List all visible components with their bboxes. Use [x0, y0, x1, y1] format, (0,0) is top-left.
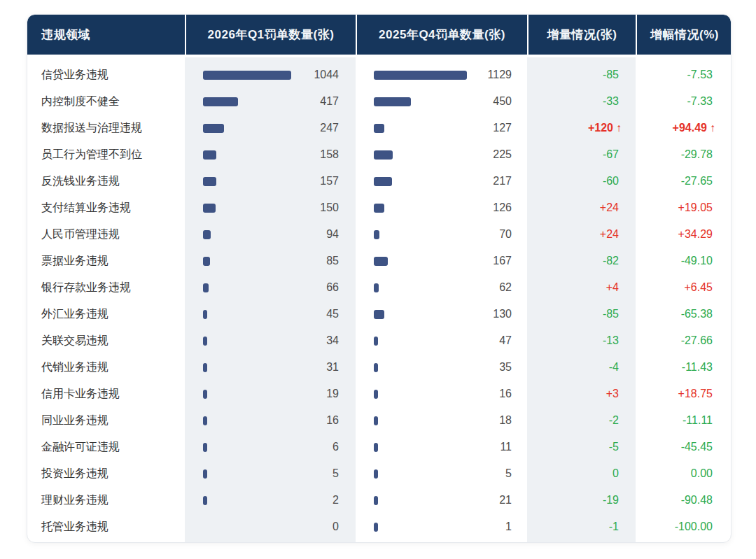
q4-value: 1129: [467, 69, 527, 81]
growth-cell: +19.05: [636, 201, 732, 214]
delta-value: -1: [609, 521, 619, 532]
growth-value: -100.00: [675, 521, 713, 532]
q4-bar: [374, 124, 384, 133]
q4-bar-cell: 11: [356, 441, 527, 453]
q4-value: 18: [378, 414, 527, 427]
q1-bar-cell: 5: [185, 467, 356, 480]
q4-bar-cell: 16: [356, 388, 527, 400]
row-label: 关联交易违规: [27, 334, 185, 348]
q4-bar-cell: 127: [356, 122, 527, 134]
row-label: 员工行为管理不到位: [27, 148, 185, 162]
q4-value: 62: [379, 281, 527, 294]
q4-value: 1: [378, 521, 527, 533]
q1-bar-cell: 157: [185, 175, 356, 187]
q1-value: 34: [207, 334, 356, 347]
growth-cell: -29.78: [636, 148, 732, 161]
q1-value: 16: [207, 414, 356, 427]
q4-bar-cell: 62: [356, 281, 527, 294]
growth-value: -49.10: [681, 255, 713, 267]
q1-value: 31: [207, 361, 356, 374]
table-header-row: 违规领域 2026年Q1罚单数量(张) 2025年Q4罚单数量(张) 增量情况(…: [27, 15, 731, 55]
q4-bar-cell: 18: [356, 414, 527, 427]
growth-cell: -100.00: [636, 521, 732, 533]
row-label: 信贷业务违规: [27, 68, 185, 83]
q1-bar-cell: 150: [185, 201, 356, 214]
growth-cell: +34.29: [636, 228, 732, 241]
q4-value: 5: [378, 467, 527, 480]
q1-value: 157: [216, 175, 356, 187]
q1-value: 5: [207, 467, 356, 480]
column-header-growth-rate: 增幅情况(%): [636, 15, 732, 55]
row-label: 理财业务违规: [27, 493, 185, 508]
q1-bar: [203, 150, 216, 160]
q1-value: 0: [203, 521, 356, 533]
q4-value: 225: [393, 148, 527, 161]
growth-value: +6.45: [685, 281, 713, 293]
q4-value: 70: [379, 228, 527, 241]
growth-value: -27.65: [681, 175, 713, 187]
q4-bar-cell: 1: [356, 521, 527, 533]
delta-cell: -1: [527, 521, 636, 533]
growth-value: -7.33: [687, 95, 713, 107]
q4-value: 47: [378, 334, 527, 347]
q4-bar-cell: 126: [356, 201, 527, 214]
delta-cell: +4: [527, 281, 636, 294]
delta-cell: +24: [527, 228, 636, 241]
q1-bar-cell: 417: [185, 95, 356, 108]
q4-value: 16: [378, 388, 527, 400]
growth-cell: +6.45: [636, 281, 732, 294]
q4-bar-cell: 5: [356, 467, 527, 480]
growth-value: -45.45: [681, 441, 713, 453]
growth-value: -90.48: [681, 494, 713, 506]
growth-cell: -90.48: [636, 494, 732, 507]
q4-bar: [374, 230, 379, 239]
q4-value: 126: [384, 201, 527, 214]
delta-value: -85: [603, 308, 619, 320]
penalty-comparison-card: 违规领域 2026年Q1罚单数量(张) 2025年Q4罚单数量(张) 增量情况(…: [27, 14, 732, 543]
row-label: 内控制度不健全: [27, 94, 185, 109]
q4-bar: [374, 204, 384, 213]
q4-value: 167: [388, 255, 527, 267]
q1-value: 45: [207, 308, 356, 320]
q4-bar-cell: 35: [356, 361, 527, 374]
table-row: 数据报送与治理违规247127+120↑+94.49↑: [27, 115, 731, 141]
delta-value: -85: [603, 69, 619, 80]
delta-value: +3: [606, 388, 619, 399]
q1-bar-cell: 31: [185, 361, 356, 374]
delta-cell: -4: [527, 361, 636, 374]
row-label: 票据业务违规: [27, 254, 185, 269]
growth-value: -27.66: [681, 334, 713, 346]
row-label: 外汇业务违规: [27, 307, 185, 322]
delta-cell: -67: [527, 148, 636, 161]
q1-value: 158: [216, 148, 356, 161]
growth-value: -11.43: [682, 361, 713, 373]
q4-bar: [374, 283, 379, 292]
table-row: 理财业务违规221-19-90.48: [27, 487, 731, 514]
q1-bar-cell: 45: [185, 308, 356, 320]
delta-value: +4: [606, 281, 619, 293]
growth-cell: -27.65: [636, 175, 732, 187]
q1-bar-cell: 6: [185, 441, 356, 453]
growth-cell: -27.66: [636, 334, 732, 347]
q4-bar: [374, 177, 392, 186]
row-label: 人民币管理违规: [27, 227, 185, 242]
row-label: 代销业务违规: [27, 360, 185, 375]
q4-value: 21: [378, 494, 527, 507]
delta-value: -2: [609, 414, 619, 426]
q4-bar: [374, 97, 411, 106]
q1-bar: [203, 124, 224, 133]
q4-bar-cell: 21: [356, 494, 527, 507]
q4-bar-cell: 1129: [356, 69, 527, 81]
q1-value: 85: [210, 255, 356, 267]
table-rows: 信贷业务违规10441129-85-7.53内控制度不健全417450-33-7…: [27, 57, 731, 540]
q4-value: 217: [392, 175, 527, 187]
q1-value: 19: [207, 388, 356, 400]
row-label: 支付结算业务违规: [27, 201, 185, 215]
growth-value: -29.78: [681, 148, 713, 160]
q1-bar-cell: 0: [185, 521, 356, 533]
q1-bar: [203, 283, 209, 292]
table-row: 金融许可证违规611-5-45.45: [27, 434, 731, 460]
growth-value: +19.05: [678, 201, 713, 213]
q4-bar-cell: 167: [356, 255, 527, 267]
table-row: 投资业务违规5500.00: [27, 460, 731, 487]
